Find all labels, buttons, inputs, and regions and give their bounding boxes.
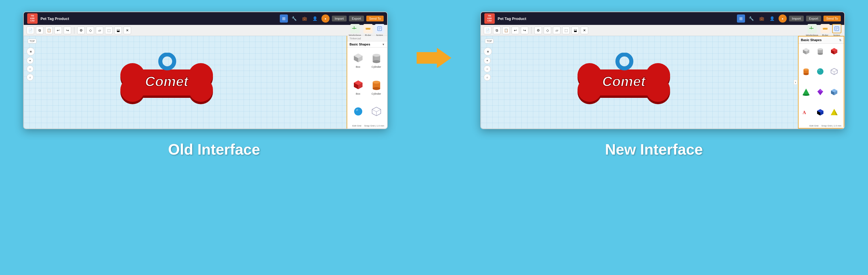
new-app-title: Pet Tag Product bbox=[498, 17, 734, 21]
new-notes-btn[interactable]: Notes bbox=[832, 24, 841, 37]
shape-item-box-red[interactable]: Box bbox=[349, 77, 367, 102]
new-home-btn[interactable]: ⌂ bbox=[484, 74, 491, 81]
new-user-avatar[interactable]: ● bbox=[779, 14, 787, 23]
new-shape3-btn[interactable]: ⬓ bbox=[571, 27, 579, 34]
home-btn[interactable]: ⌂ bbox=[27, 74, 34, 81]
new-sendto-button[interactable]: Send To bbox=[824, 16, 841, 22]
svg-point-77 bbox=[818, 53, 823, 55]
box-gray-label: Box bbox=[356, 65, 361, 68]
svg-point-41 bbox=[354, 108, 362, 116]
dropdown-icon[interactable]: ▼ bbox=[382, 43, 385, 46]
new-box-gray[interactable] bbox=[801, 46, 811, 56]
settings-btn[interactable]: ⚙ bbox=[77, 27, 85, 34]
svg-point-76 bbox=[818, 48, 823, 50]
wrench-icon[interactable]: 🔧 bbox=[290, 14, 298, 23]
new-shape-blue[interactable] bbox=[829, 87, 839, 97]
svg-text:A: A bbox=[803, 110, 806, 115]
new-box-navy[interactable] bbox=[815, 107, 826, 118]
new-gem-purple[interactable] bbox=[815, 87, 826, 97]
sendto-button[interactable]: Send To bbox=[366, 16, 384, 22]
notes-btn[interactable]: Notes bbox=[375, 24, 384, 37]
new-view3d-btn[interactable]: ⊞ bbox=[484, 48, 492, 56]
paste-btn[interactable]: 📋 bbox=[45, 27, 53, 34]
briefcase-icon[interactable]: 💼 bbox=[301, 14, 309, 23]
new-new-doc-btn[interactable]: 📄 bbox=[484, 27, 491, 34]
svg-marker-91 bbox=[803, 89, 810, 95]
old-interface-panel: TINKERCAD Pet Tag Product ⊞ 🔧 💼 👤 ● Impo… bbox=[23, 11, 388, 129]
new-interface-panel: TINKERCAD Pet Tag Product ⊞ 🔧 💼 👤 ● Impo… bbox=[480, 11, 845, 129]
box-red-label: Box bbox=[356, 92, 361, 95]
align-btn[interactable]: ✕ bbox=[124, 27, 131, 34]
copy-btn[interactable]: ⧉ bbox=[36, 27, 43, 34]
new-second-toolbar: 📄 ⧉ 📋 ↩ ↪ ⚙ ◇ ▱ ⬚ ⬓ ✕ Workplane bbox=[481, 25, 844, 36]
person-icon[interactable]: 👤 bbox=[311, 14, 319, 23]
new-shapes-panel: Basic Shapes ⇅ bbox=[798, 36, 844, 128]
new-ruler-btn[interactable]: Ruler bbox=[820, 24, 830, 37]
redo-btn[interactable]: ↪ bbox=[64, 27, 71, 34]
new-cone-green[interactable] bbox=[801, 87, 811, 97]
view3d-btn[interactable]: ⊞ bbox=[27, 48, 35, 56]
new-wrench-icon[interactable]: 🔧 bbox=[747, 14, 755, 23]
shape1-btn[interactable]: ▱ bbox=[96, 27, 103, 34]
wire-thumb bbox=[370, 104, 383, 118]
panel-collapse-btn[interactable]: › bbox=[794, 80, 797, 85]
view-label-top: TOP bbox=[28, 39, 36, 43]
shape-item-wire[interactable] bbox=[368, 103, 385, 126]
new-briefcase-icon[interactable]: 💼 bbox=[758, 14, 766, 23]
new-paste-btn[interactable]: 📋 bbox=[502, 27, 510, 34]
shape-item-sphere[interactable] bbox=[349, 103, 367, 126]
export-button[interactable]: Export bbox=[349, 16, 364, 22]
old-canvas: TOP ⊞ + − ⌂ bbox=[24, 36, 387, 128]
toolbar-right: Workplane Ruler Notes bbox=[349, 24, 384, 37]
new-redo-btn[interactable]: ↪ bbox=[521, 27, 528, 34]
user-avatar[interactable]: ● bbox=[321, 14, 330, 23]
new-text-red[interactable]: A bbox=[801, 107, 811, 118]
new-pyramid-yellow[interactable] bbox=[829, 107, 839, 118]
zoom-out-btn[interactable]: − bbox=[27, 65, 34, 72]
svg-point-68 bbox=[617, 54, 631, 68]
shape-item-cyl-gray[interactable]: Cylinder bbox=[368, 50, 385, 75]
grid-icon[interactable]: ⊞ bbox=[280, 14, 288, 23]
new-cyl-orange[interactable] bbox=[801, 66, 811, 77]
new-sphere-teal[interactable] bbox=[815, 66, 826, 77]
workplane-btn[interactable]: Workplane bbox=[349, 24, 361, 37]
old-interface-label: Old Interface bbox=[23, 135, 405, 164]
location-btn[interactable]: ◇ bbox=[87, 27, 94, 34]
new-zoom-out-btn[interactable]: − bbox=[484, 65, 491, 72]
new-shape2-btn[interactable]: ⬚ bbox=[562, 27, 570, 34]
zoom-in-btn[interactable]: + bbox=[27, 57, 34, 64]
new-shape1-btn[interactable]: ▱ bbox=[553, 27, 560, 34]
svg-line-45 bbox=[376, 110, 381, 112]
undo-btn[interactable]: ↩ bbox=[54, 27, 62, 34]
new-person-icon[interactable]: 👤 bbox=[768, 14, 776, 23]
new-box-red[interactable] bbox=[829, 46, 839, 56]
new-dropdown-icon[interactable]: ⇅ bbox=[839, 38, 841, 42]
import-button[interactable]: Import bbox=[332, 16, 347, 22]
svg-marker-95 bbox=[817, 89, 820, 91]
svg-point-83 bbox=[804, 69, 809, 71]
shape3-btn[interactable]: ⬓ bbox=[114, 27, 122, 34]
shape-item-cyl-orange[interactable]: Cylinder bbox=[368, 77, 385, 102]
old-topbar: TINKERCAD Pet Tag Product ⊞ 🔧 💼 👤 ● Impo… bbox=[24, 12, 387, 25]
new-wire-shape[interactable] bbox=[829, 66, 839, 77]
new-align-btn[interactable]: ✕ bbox=[581, 27, 588, 34]
new-copy-btn[interactable]: ⧉ bbox=[493, 27, 500, 34]
new-export-button[interactable]: Export bbox=[806, 16, 821, 22]
new-import-button[interactable]: Import bbox=[789, 16, 804, 22]
new-canvas-bottom-info: Edit Grid Snap Grid | 1.0 mm bbox=[810, 124, 841, 127]
shape-item-box-gray[interactable]: Box bbox=[349, 50, 367, 75]
new-grid-icon[interactable]: ⊞ bbox=[737, 14, 745, 23]
svg-marker-94 bbox=[820, 89, 823, 91]
new-location-btn[interactable]: ◇ bbox=[544, 27, 551, 34]
new-workplane-btn[interactable]: Workplane bbox=[806, 24, 818, 37]
shape2-btn[interactable]: ⬚ bbox=[105, 27, 113, 34]
new-settings-btn[interactable]: ⚙ bbox=[534, 27, 542, 34]
new-screenshot-frame: TINKERCAD Pet Tag Product ⊞ 🔧 💼 👤 ● Impo… bbox=[480, 11, 845, 129]
ruler-btn[interactable]: Ruler bbox=[363, 24, 373, 37]
canvas-bottom-info: Edit Grid Snap Grid | 1.0 mm bbox=[352, 124, 384, 127]
new-cyl-gray[interactable] bbox=[815, 46, 826, 56]
new-zoom-in-btn[interactable]: + bbox=[484, 57, 491, 64]
new-pet-tag: Comet bbox=[575, 53, 673, 112]
new-undo-btn[interactable]: ↩ bbox=[512, 27, 519, 34]
new-doc-btn[interactable]: 📄 bbox=[27, 27, 34, 34]
